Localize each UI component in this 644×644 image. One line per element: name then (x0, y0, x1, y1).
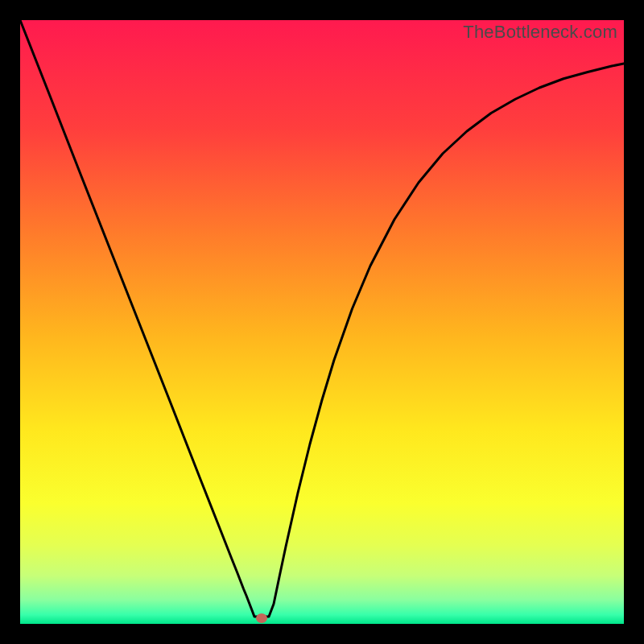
chart-frame: TheBottleneck.com (0, 0, 644, 644)
watermark-text: TheBottleneck.com (463, 22, 617, 43)
bottleneck-curve (20, 20, 624, 624)
plot-area: TheBottleneck.com (20, 20, 624, 624)
min-marker-dot (256, 613, 267, 623)
